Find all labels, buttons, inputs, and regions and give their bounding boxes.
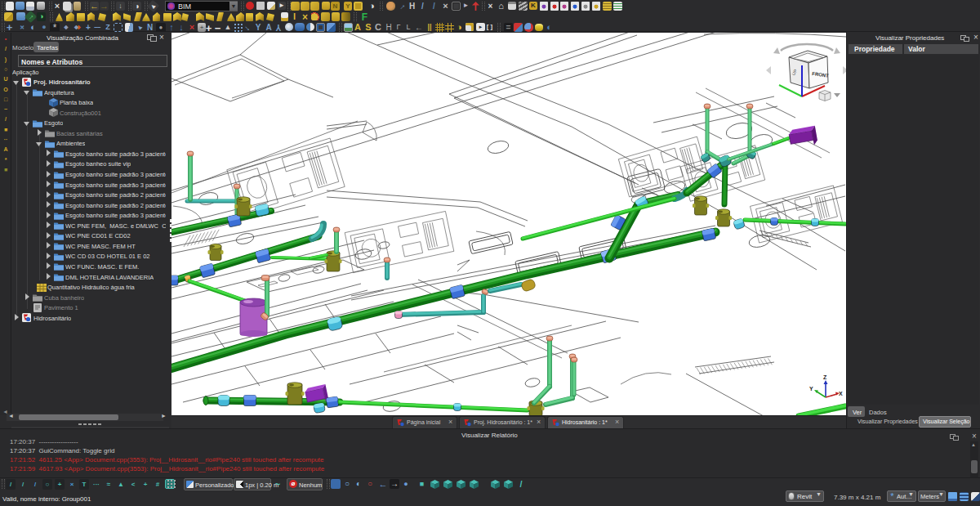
svg-text:X: X [839,391,843,396]
svg-text:Z: Z [823,374,827,380]
svg-text:Y: Y [809,386,813,392]
